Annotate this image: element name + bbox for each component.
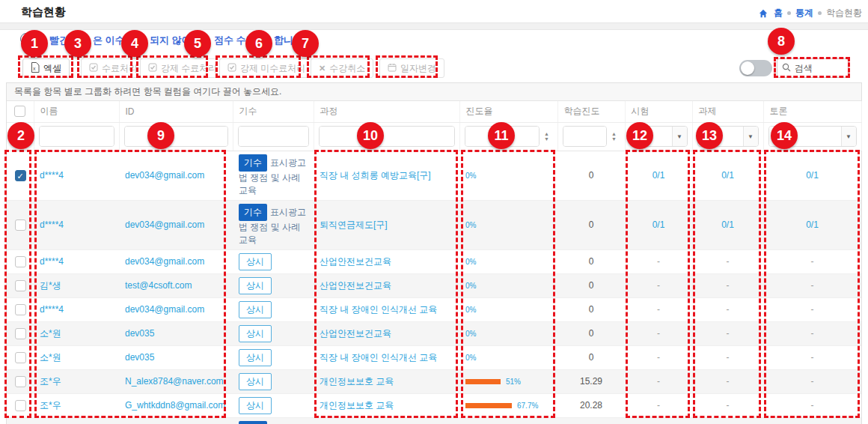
col-header-exam[interactable]: 시험 [625,101,692,122]
breadcrumb-home[interactable]: 홈 [774,7,783,19]
filter-id-input[interactable] [125,127,227,146]
cell-assignment[interactable]: 0/1 [692,151,763,200]
cell-course[interactable]: 직장 내 성희롱 예방교육 [314,417,459,424]
row-checkbox[interactable] [15,219,26,231]
progress-rate-spinner[interactable]: ▲▼ [541,131,553,142]
cell-progress-rate: 0% [459,321,557,345]
cell-id[interactable]: N_alex8784@naver.com [119,369,233,393]
col-header-study-progress[interactable]: 학습진도 [557,101,625,122]
cell-exam: - [625,249,692,273]
col-header-assignment[interactable]: 과제 [692,101,763,122]
col-header-course[interactable]: 과정 [314,101,459,122]
filter-exam-input[interactable] [631,127,672,146]
change-date-button[interactable]: 일자변경 [379,58,444,78]
filter-assignment-input[interactable] [698,127,743,146]
exam-filter-dropdown[interactable]: ▼ [672,127,687,146]
cell-course[interactable]: 퇴직연금제도[구] [314,200,459,249]
cell-name[interactable]: 소*원 [34,345,119,369]
cell-progress-rate: 0% [459,249,557,273]
cell-name[interactable]: 조*우 [34,369,119,393]
cell-course[interactable]: 산업안전보건교육 [314,321,459,345]
row-checkbox[interactable] [15,352,26,363]
toolbar: x 엑셀 수료처리 강제 수료처리 강제 미수료처리 ✕ 수강취소 [0,49,868,82]
cell-name[interactable]: 김*생 [34,273,119,297]
row-checkbox[interactable] [15,400,26,411]
cell-name[interactable]: s*******2 [34,417,119,424]
cell-assignment: - [692,345,763,369]
filter-term-input[interactable] [239,127,308,146]
row-checkbox[interactable]: ✓ [15,170,26,181]
notice-text: 합니다 [274,34,303,47]
cell-course[interactable]: 산업안전보건교육 [314,249,459,273]
cell-course[interactable]: 직장 내 장애인 인식개선 교육 [314,345,459,369]
cell-id[interactable]: dev034@gmail.com [119,249,233,273]
row-checkbox[interactable] [15,376,26,387]
view-toggle[interactable] [739,60,772,76]
table-row: 조*우N_alex8784@naver.com상시개인정보보호 교육51%15.… [7,369,861,393]
cell-discussion[interactable]: 0/2 [763,417,861,424]
filter-progress-rate-input[interactable] [465,127,539,146]
assignment-filter-dropdown[interactable]: ▼ [743,127,758,146]
cell-id[interactable]: test@4csoft.com [119,273,233,297]
complete-button[interactable]: 수료처리 [81,58,146,78]
progress-label: 0% [465,172,476,180]
force-complete-button[interactable]: 강제 수료처리 [140,58,225,78]
cell-assignment[interactable]: 0/1 [692,200,763,249]
cell-name[interactable]: 조*우 [34,393,119,417]
term-type-badge: 상시 [239,301,272,318]
cell-id[interactable]: dev035 [119,321,233,345]
cell-id[interactable]: dev035 [119,345,233,369]
cell-name[interactable]: d****4 [34,151,119,200]
cell-id[interactable]: G_whtkddn8@gmail.com [119,393,233,417]
cell-course[interactable]: 직장 내 장애인 인식개선 교육 [314,297,459,321]
cell-course[interactable]: 개인정보보호 교육 [314,369,459,393]
cell-name[interactable]: 소*원 [34,321,119,345]
cell-id[interactable]: dev034@gmail.com [119,151,233,200]
discussion-filter-dropdown[interactable]: ▼ [841,127,856,146]
row-checkbox[interactable] [15,256,26,267]
cell-id[interactable]: dev034@gmail.com [119,200,233,249]
cell-course[interactable]: 산업안전보건교육 [314,273,459,297]
cell-course[interactable]: 직장 내 성희롱 예방교육[구] [314,151,459,200]
cell-term: 기수표시광고법 쟁점 및 사례 교육 [233,151,314,200]
cell-assignment: - [692,297,763,321]
col-header-discussion[interactable]: 토론 [763,101,861,122]
cancel-enrollment-button[interactable]: ✕ 수강취소 [311,58,373,78]
cell-id[interactable]: skwlgus12@k-sec.or.kr [119,417,233,424]
cell-name[interactable]: d****4 [34,200,119,249]
cell-exam[interactable]: 0/1 [625,151,692,200]
filter-course-input[interactable] [320,127,454,146]
col-header-progress-rate[interactable]: 진도율 [459,101,557,122]
force-incomplete-button[interactable]: 강제 미수료처리 [219,58,314,78]
col-header-name[interactable]: 이름 [34,101,119,122]
progress-label: 0% [465,258,476,266]
row-checkbox[interactable] [15,304,26,315]
notice-text: 빨간색 [49,34,79,47]
cell-exam[interactable]: 0/2 [625,417,692,424]
filter-discussion-input[interactable] [769,127,841,146]
study-progress-spinner[interactable]: ▲▼ [608,131,620,142]
col-header-term[interactable]: 기수 [233,101,314,122]
cell-name[interactable]: d****4 [34,297,119,321]
cell-term: 상시 [233,369,314,393]
cell-name[interactable]: d****4 [34,249,119,273]
breadcrumb-stats[interactable]: 통계 [795,7,813,19]
col-header-id[interactable]: ID [119,101,233,122]
cell-course[interactable]: 개인정보보호 교육 [314,393,459,417]
x-icon: ✕ [319,64,326,73]
cell-study-progress: 0 [557,345,625,369]
cell-exam[interactable]: 0/1 [625,200,692,249]
cell-assignment[interactable]: 0/2 [692,417,763,424]
table-row: 소*원dev035상시산업안전보건교육0%0--- [7,321,861,345]
row-checkbox[interactable] [15,328,26,339]
cell-discussion[interactable]: 0/1 [763,151,861,200]
select-all-checkbox[interactable] [14,106,25,117]
filter-name-input[interactable] [40,127,114,146]
cell-discussion[interactable]: 0/1 [763,200,861,249]
excel-button[interactable]: x 엑셀 [22,58,70,78]
row-checkbox[interactable] [15,280,26,291]
search-input[interactable] [795,63,843,73]
filter-study-progress-input[interactable] [563,127,606,146]
cell-id[interactable]: dev034@gmail.com [119,297,233,321]
group-panel[interactable]: 목록을 항목 별로 그룹화 하려면 항목 컬럼을 여기다 끌어 놓으세요. [7,83,861,101]
